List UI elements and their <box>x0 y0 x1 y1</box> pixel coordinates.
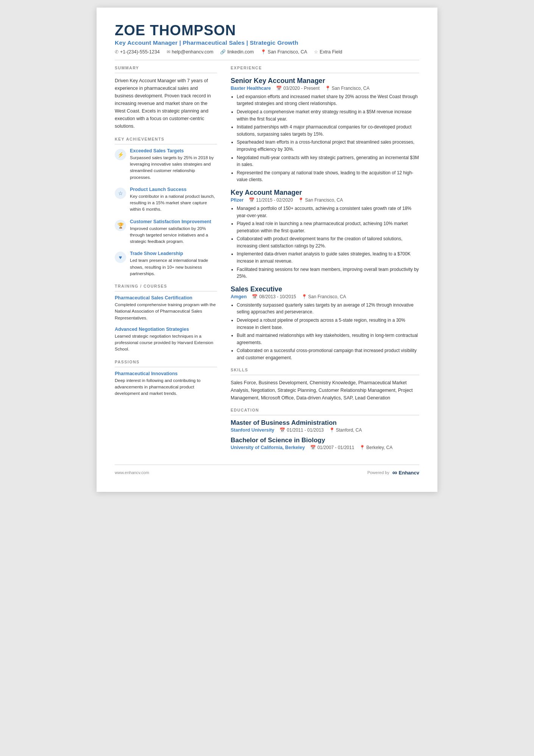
contact-linkedin: 🔗 linkedin.com <box>220 49 253 55</box>
job-dates-2: 📅 08/2013 - 10/2015 <box>252 294 296 299</box>
calendar-icon: 📅 <box>279 427 285 433</box>
achievement-title-0: Exceeded Sales Targets <box>130 148 217 153</box>
skills-section: SKILLS Sales Force, Business Development… <box>231 368 419 402</box>
training-section: TRAINING / COURSES Pharmaceutical Sales … <box>115 284 217 353</box>
bullet: Played a lead role in launching a new ph… <box>237 220 419 234</box>
linkedin-text: linkedin.com <box>227 49 253 55</box>
edu-dates-1: 📅 01/2007 - 01/2011 <box>310 445 354 450</box>
edu-row-1: University of California, Berkeley 📅 01/… <box>231 445 419 450</box>
achievement-item: ⚡ Exceeded Sales Targets Surpassed sales… <box>115 148 217 181</box>
achievements-divider <box>115 144 217 144</box>
pin-icon: 📍 <box>359 445 365 450</box>
experience-divider <box>231 73 419 73</box>
footer-right: Powered by ∞ Enhancv <box>367 469 419 477</box>
edu-degree-0: Master of Business Administration <box>231 419 419 427</box>
contact-location: 📍 San Francisco, CA <box>261 49 307 55</box>
job-company-0: Baxter Healthcare <box>231 86 271 91</box>
achievement-desc-1: Key contributor in a national product la… <box>130 193 217 213</box>
achievement-desc-2: Improved customer satisfaction by 20% th… <box>130 225 217 245</box>
header-divider <box>115 60 419 60</box>
job-company-row-0: Baxter Healthcare 📅 03/2020 - Present 📍 … <box>231 86 419 91</box>
pin-icon: 📍 <box>301 294 307 299</box>
achievement-content-0: Exceeded Sales Targets Surpassed sales t… <box>130 148 217 181</box>
email-text: help@enhancv.com <box>172 49 214 55</box>
job-bullets-2: Consistently surpassed quarterly sales t… <box>237 302 419 362</box>
training-label: TRAINING / COURSES <box>115 284 217 288</box>
footer: www.enhancv.com Powered by ∞ Enhancv <box>115 465 419 477</box>
job-company-row-2: Amgen 📅 08/2013 - 10/2015 📍 San Francisc… <box>231 294 419 299</box>
edu-school-1: University of California, Berkeley <box>231 445 305 450</box>
link-icon: 🔗 <box>220 49 226 55</box>
achievement-desc-0: Surpassed sales targets by 25% in 2018 b… <box>130 155 217 181</box>
job-company-2: Amgen <box>231 294 247 299</box>
achievement-icon-heart: ♥ <box>115 252 126 263</box>
education-divider <box>231 415 419 415</box>
achievement-content-3: Trade Show Leadership Led team presence … <box>130 251 217 277</box>
achievement-icon-trophy: 🏆 <box>115 220 126 231</box>
training-desc-1: Learned strategic negotiation techniques… <box>115 333 217 353</box>
achievement-desc-3: Led team presence at international trade… <box>130 257 217 277</box>
bullet: Managed a portfolio of 150+ accounts, ac… <box>237 205 419 219</box>
job-location-1: 📍 San Francisco, CA <box>298 197 343 203</box>
calendar-icon: 📅 <box>252 294 258 299</box>
achievement-title-1: Product Launch Success <box>130 187 217 192</box>
bullet: Facilitated training sessions for new te… <box>237 266 419 280</box>
bullet: Initiated partnerships with 4 major phar… <box>237 124 419 138</box>
job-bullets-1: Managed a portfolio of 150+ accounts, ac… <box>237 205 419 280</box>
job-title-0: Senior Key Account Manager <box>231 77 419 85</box>
phone-text: +1-(234)-555-1234 <box>120 49 160 55</box>
footer-website: www.enhancv.com <box>115 470 149 475</box>
achievement-item: 🏆 Customer Satisfaction Improvement Impr… <box>115 219 217 245</box>
achievement-item: ♥ Trade Show Leadership Led team presenc… <box>115 251 217 277</box>
passion-desc-0: Deep interest in following and contribut… <box>115 377 217 397</box>
skills-text: Sales Force, Business Development, Chemi… <box>231 379 419 402</box>
location-text: San Francisco, CA <box>268 49 307 55</box>
training-divider <box>115 291 217 291</box>
location-icon: 📍 <box>261 49 266 55</box>
job-company-1: Pfizer <box>231 197 244 203</box>
experience-section: EXPERIENCE Senior Key Account Manager Ba… <box>231 66 419 362</box>
achievement-item: ☆ Product Launch Success Key contributor… <box>115 187 217 213</box>
bullet: Spearheaded team efforts in a cross-func… <box>237 139 419 153</box>
pin-icon: 📍 <box>325 86 331 91</box>
summary-text: Driven Key Account Manager with 7 years … <box>115 77 217 130</box>
main-content: SUMMARY Driven Key Account Manager with … <box>115 66 419 454</box>
job-title-1: Key Account Manager <box>231 189 419 197</box>
header-section: ZOE THOMPSON Key Account Manager | Pharm… <box>115 23 419 60</box>
passion-title-0: Pharmaceutical Innovations <box>115 371 217 376</box>
experience-label: EXPERIENCE <box>231 66 419 70</box>
training-item-0: Pharmaceutical Sales Certification Compl… <box>115 295 217 321</box>
bullet: Negotiated multi-year contracts with key… <box>237 154 419 168</box>
achievements-section: KEY ACHIEVEMENTS ⚡ Exceeded Sales Target… <box>115 137 217 277</box>
enhancv-logo: ∞ Enhancv <box>392 469 419 477</box>
edu-row-0: Stanford University 📅 01/2011 - 01/2013 … <box>231 427 419 433</box>
contact-email: ✉ help@enhancv.com <box>167 49 214 55</box>
edu-location-0: 📍 Stanford, CA <box>329 427 362 433</box>
candidate-name: ZOE THOMPSON <box>115 23 419 39</box>
achievement-icon-star: ☆ <box>115 188 126 199</box>
training-desc-0: Completed comprehensive training program… <box>115 302 217 321</box>
training-title-1: Advanced Negotiation Strategies <box>115 327 217 332</box>
achievements-label: KEY ACHIEVEMENTS <box>115 137 217 141</box>
right-column: EXPERIENCE Senior Key Account Manager Ba… <box>231 66 419 454</box>
contact-phone: ✆ +1-(234)-555-1234 <box>115 49 160 55</box>
resume-page: ZOE THOMPSON Key Account Manager | Pharm… <box>97 8 437 492</box>
calendar-icon: 📅 <box>276 86 282 91</box>
email-icon: ✉ <box>167 49 170 55</box>
contact-extra: ☆ Extra Field <box>314 49 342 55</box>
star-icon: ☆ <box>314 49 318 55</box>
phone-icon: ✆ <box>115 49 119 55</box>
logo-icon: ∞ <box>392 469 397 477</box>
candidate-title: Key Account Manager | Pharmaceutical Sal… <box>115 39 419 46</box>
job-bullets-0: Led expansion efforts and increased mark… <box>237 93 419 183</box>
edu-location-1: 📍 Berkeley, CA <box>359 445 392 450</box>
left-column: SUMMARY Driven Key Account Manager with … <box>115 66 217 454</box>
achievement-content-2: Customer Satisfaction Improvement Improv… <box>130 219 217 245</box>
calendar-icon: 📅 <box>249 197 255 203</box>
edu-block-0: Master of Business Administration Stanfo… <box>231 419 419 433</box>
training-title-0: Pharmaceutical Sales Certification <box>115 295 217 301</box>
training-item-1: Advanced Negotiation Strategies Learned … <box>115 327 217 353</box>
education-section: EDUCATION Master of Business Administrat… <box>231 408 419 450</box>
job-block-1: Key Account Manager Pfizer 📅 11/2015 - 0… <box>231 189 419 280</box>
edu-degree-1: Bachelor of Science in Biology <box>231 437 419 444</box>
